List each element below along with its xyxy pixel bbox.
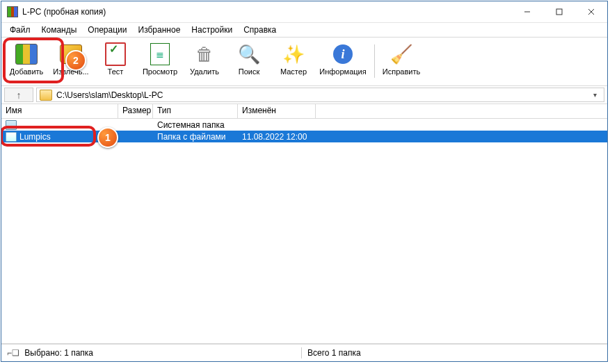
status-total: Всего 1 папка (307, 348, 361, 358)
column-modified[interactable]: Изменён (238, 104, 316, 118)
wizard-label: Мастер (280, 67, 307, 76)
menu-file[interactable]: Файл (4, 24, 36, 35)
extract-label: Извлечь... (53, 67, 88, 76)
key-icon: ⌐❑ (7, 348, 19, 358)
app-window: L-PC (пробная копия) Файл Команды Операц… (1, 1, 608, 362)
wizard-icon: ✨ (282, 43, 305, 65)
column-name[interactable]: Имя (1, 104, 118, 118)
repair-label: Исправить (383, 67, 420, 76)
repair-icon: 🧹 (390, 43, 412, 65)
column-size[interactable]: Размер (118, 104, 153, 118)
view-icon: ≣ (149, 43, 171, 65)
menu-settings[interactable]: Настройки (186, 24, 238, 35)
row-area[interactable]: .. Системная папка Lumpics Папка с файла… (1, 119, 607, 343)
folder-icon (40, 90, 52, 101)
cell-name: Lumpics (1, 132, 118, 142)
test-label: Тест (108, 67, 124, 76)
menu-commands[interactable]: Команды (36, 24, 83, 35)
info-button[interactable]: i Информация (316, 40, 370, 83)
menubar: Файл Команды Операции Избранное Настройк… (1, 23, 607, 38)
cell-type: Папка с файлами (153, 132, 238, 142)
menu-help[interactable]: Справка (238, 24, 282, 35)
titlebar: L-PC (пробная копия) (1, 1, 607, 23)
up-icon: ↑ (17, 90, 22, 101)
toolbar: Добавить Извлечь... Тест ≣ Просмотр 🗑 Уд… (1, 38, 607, 86)
close-icon (588, 8, 595, 15)
find-button[interactable]: 🔍 Поиск (227, 40, 271, 83)
app-icon (7, 6, 18, 17)
cell-name: .. (1, 120, 118, 130)
maximize-icon (556, 8, 563, 15)
address-path: C:\Users\slam\Desktop\L-PC (56, 90, 163, 100)
cell-type: Системная папка (153, 120, 238, 130)
test-icon (104, 43, 127, 65)
table-row[interactable]: Lumpics Папка с файлами 11.08.2022 12:00 (1, 131, 607, 142)
window-title: L-PC (пробная копия) (22, 7, 106, 17)
cell-modified: 11.08.2022 12:00 (238, 132, 316, 142)
file-list: Имя Размер Тип Изменён .. Системная папк… (1, 104, 607, 344)
add-icon (15, 43, 38, 65)
minimize-button[interactable] (511, 1, 543, 22)
row-name: Lumpics (19, 132, 51, 142)
extract-button[interactable]: Извлечь... (49, 40, 93, 83)
info-label: Информация (319, 67, 366, 76)
address-dropdown[interactable]: ▾ (588, 91, 601, 99)
maximize-button[interactable] (543, 1, 575, 22)
folder-icon (6, 132, 17, 142)
extract-icon (60, 43, 82, 65)
find-icon: 🔍 (238, 43, 260, 65)
wizard-button[interactable]: ✨ Мастер (271, 40, 316, 83)
row-name: .. (19, 120, 24, 130)
minimize-icon (524, 8, 531, 15)
table-row[interactable]: .. Системная папка (1, 119, 607, 131)
test-button[interactable]: Тест (93, 40, 138, 83)
column-header-row: Имя Размер Тип Изменён (1, 104, 607, 119)
chevron-down-icon: ▾ (593, 91, 597, 99)
find-label: Поиск (239, 67, 259, 76)
close-button[interactable] (575, 1, 607, 22)
repair-button[interactable]: 🧹 Исправить (379, 40, 424, 83)
status-selected: Выбрано: 1 папка (24, 348, 93, 358)
address-field[interactable]: C:\Users\slam\Desktop\L-PC ▾ (36, 88, 604, 102)
address-bar: ↑ C:\Users\slam\Desktop\L-PC ▾ (1, 86, 607, 104)
view-label: Просмотр (143, 67, 177, 76)
delete-icon: 🗑 (193, 43, 216, 65)
delete-label: Удалить (190, 67, 219, 76)
folder-icon (6, 120, 17, 130)
statusbar: ⌐❑ Выбрано: 1 папка Всего 1 папка (1, 344, 607, 361)
delete-button[interactable]: 🗑 Удалить (182, 40, 227, 83)
menu-favorites[interactable]: Избранное (133, 24, 186, 35)
add-button[interactable]: Добавить (4, 40, 49, 83)
add-label: Добавить (10, 67, 44, 76)
up-button[interactable]: ↑ (4, 88, 33, 102)
svg-rect-1 (556, 9, 562, 15)
info-icon: i (332, 43, 354, 65)
menu-operations[interactable]: Операции (82, 24, 132, 35)
view-button[interactable]: ≣ Просмотр (138, 40, 182, 83)
toolbar-separator (374, 44, 375, 78)
column-type[interactable]: Тип (153, 104, 238, 118)
